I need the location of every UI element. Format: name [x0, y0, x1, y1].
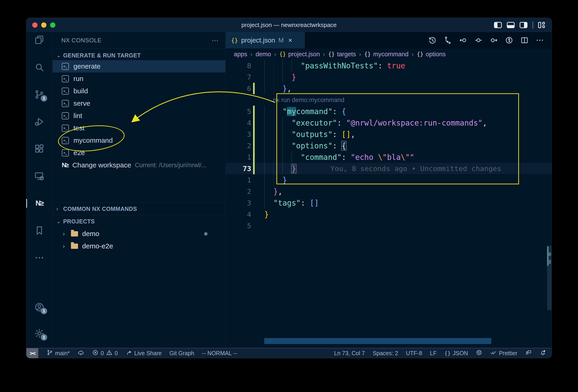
codelens-line[interactable]: nx run demo:mycommand — [226, 94, 552, 106]
zoom-window-button[interactable] — [50, 22, 55, 28]
customize-layout-icon[interactable] — [538, 22, 545, 28]
breadcrumb-item-apps[interactable]: apps — [234, 51, 247, 58]
code-line[interactable]: 4} — [226, 209, 552, 220]
timeline-history-icon[interactable] — [428, 36, 437, 45]
status-notifications[interactable] — [539, 349, 546, 357]
status-problems[interactable]: 00 — [92, 348, 118, 358]
status-feedback[interactable] — [476, 349, 482, 357]
status-vim-mode[interactable]: -- NORMAL -- — [202, 348, 237, 358]
code-line[interactable]: 3"tags": [] — [226, 197, 552, 209]
close-tab-icon[interactable]: × — [288, 36, 292, 44]
code-token: "command" — [301, 153, 342, 162]
section-generate-run-target[interactable]: ⌄ GENERATE & RUN TARGET — [53, 50, 225, 60]
remote-explorer-icon[interactable] — [34, 171, 45, 182]
code-line[interactable]: 2}, — [226, 186, 552, 197]
status-cursor-position[interactable]: Ln 73, Col 7 — [334, 350, 365, 356]
section-common-nx-commands[interactable]: › COMMON NX COMMANDS — [53, 202, 225, 215]
code-line[interactable]: 73}You, 8 seconds ago • Uncommitted chan… — [226, 163, 552, 174]
toggle-panel-icon[interactable] — [507, 22, 515, 28]
extensions-icon[interactable] — [34, 143, 45, 154]
sidebar-item-change-workspace[interactable]: N≥ Change workspace Current: /Users/juri… — [53, 159, 225, 171]
accounts-icon[interactable]: 1 — [34, 302, 45, 313]
sidebar-item-mycommand[interactable]: >_mycommand — [53, 134, 225, 147]
horizontal-scrollbar[interactable] — [264, 338, 491, 344]
bookmarks-icon[interactable] — [34, 225, 45, 236]
status-formatter-prettier[interactable]: Prettier — [490, 349, 517, 357]
code-line[interactable]: 1"command": "echo \"bla\"" — [226, 151, 552, 163]
status-indentation[interactable]: Spaces: 2 — [373, 350, 398, 356]
line-number: 5 — [226, 107, 251, 116]
current-change-icon[interactable] — [474, 36, 483, 45]
settings-badge: 1 — [41, 334, 47, 341]
minimize-window-button[interactable] — [41, 22, 47, 28]
toggle-primary-sidebar-icon[interactable] — [494, 22, 502, 28]
search-icon[interactable] — [34, 62, 45, 73]
run-target-terminal-icon: >_ — [62, 149, 69, 156]
split-editor-icon[interactable] — [520, 36, 529, 45]
sidebar-more-actions-icon[interactable]: ⋯ — [212, 36, 219, 44]
live-share-icon — [126, 349, 132, 357]
run-debug-icon[interactable] — [34, 116, 45, 127]
status-git-branch[interactable]: main* — [47, 348, 70, 358]
compare-changes-icon[interactable] — [443, 36, 452, 45]
status-end-of-line[interactable]: LF — [430, 350, 436, 356]
code-line[interactable]: 4"executor": "@nrwl/workspace:run-comman… — [226, 117, 552, 129]
gutter-modified-bar — [253, 209, 255, 220]
sidebar-item-run[interactable]: >_run — [53, 73, 225, 85]
status-encoding[interactable]: UTF-8 — [406, 350, 422, 356]
code-line[interactable]: 5 — [226, 220, 552, 231]
code-line[interactable]: 2"options": { — [226, 140, 552, 151]
breadcrumb-item-options[interactable]: {}options — [417, 51, 446, 58]
sidebar-item-e2e[interactable]: >_e2e — [53, 147, 225, 159]
nx-console-icon[interactable]: N≥ — [34, 198, 45, 209]
status-remote-indicator[interactable]: >< — [26, 348, 38, 358]
breadcrumb-item-mycommand[interactable]: {}mycommand — [364, 51, 408, 58]
sidebar-item-serve[interactable]: >_serve — [53, 97, 225, 110]
status-language-mode[interactable]: {}JSON — [444, 350, 468, 356]
breadcrumb-item-targets[interactable]: {}targets — [328, 51, 356, 58]
code-line[interactable]: 5"mycommand": { — [226, 106, 552, 117]
code-line[interactable]: 6}, — [226, 83, 552, 94]
section-projects[interactable]: ⌄ PROJECTS — [53, 215, 225, 227]
explorer-icon[interactable] — [34, 35, 45, 45]
overview-ruler-mark — [548, 253, 551, 256]
status-git-graph[interactable]: Git Graph — [169, 348, 194, 358]
editor-group: {} project.json M × — [226, 32, 552, 348]
codelens-run-command[interactable]: nx run demo:mycommand — [273, 96, 344, 104]
project-list: ›demo›demo-e2e — [53, 227, 225, 252]
open-changes-icon[interactable] — [505, 36, 514, 45]
status-publish-changes[interactable] — [78, 348, 84, 358]
status-live-share[interactable]: Live Share — [126, 348, 162, 358]
code-token: "echo — [351, 153, 378, 162]
project-item-demo[interactable]: ›demo — [53, 227, 225, 240]
breadcrumb-item-demo[interactable]: demo — [256, 51, 271, 58]
sidebar-item-test[interactable]: >_test — [53, 122, 225, 134]
settings-gear-icon[interactable]: 1 — [34, 328, 45, 339]
code-token: my — [287, 107, 296, 116]
breadcrumb-label: targets — [337, 51, 356, 58]
code-line[interactable]: 7} — [226, 71, 552, 83]
more-views-icon[interactable] — [34, 252, 45, 263]
code-token: : — [378, 61, 387, 70]
close-window-button[interactable] — [32, 22, 38, 28]
toggle-secondary-sidebar-icon[interactable] — [520, 22, 528, 28]
sidebar-item-generate[interactable]: >_generate — [53, 60, 225, 73]
source-control-icon[interactable]: 1 — [34, 89, 45, 100]
status-text: JSON — [453, 350, 468, 356]
code-line[interactable]: 1} — [226, 174, 552, 186]
tab-project-json[interactable]: {} project.json M × — [226, 32, 305, 48]
next-change-icon[interactable] — [489, 36, 498, 45]
sidebar-item-build[interactable]: >_build — [53, 85, 225, 97]
breadcrumb-item-project-json[interactable]: {}project.json — [279, 51, 320, 58]
code-token: true — [387, 61, 405, 70]
code-line[interactable]: 3"outputs": [], — [226, 129, 552, 140]
project-label: demo — [82, 230, 99, 238]
project-item-demo-e2e[interactable]: ›demo-e2e — [53, 240, 225, 252]
code-line[interactable]: 8"passWithNoTests": true — [226, 60, 552, 71]
sidebar-item-lint[interactable]: >_lint — [53, 110, 225, 122]
previous-change-icon[interactable] — [459, 36, 468, 45]
tab-bar: {} project.json M × — [226, 32, 552, 48]
status-live-share-contacts[interactable] — [525, 349, 532, 357]
code-editor[interactable]: 8"passWithNoTests": true7}6},nx run demo… — [226, 60, 552, 348]
more-actions-icon[interactable] — [535, 36, 544, 45]
